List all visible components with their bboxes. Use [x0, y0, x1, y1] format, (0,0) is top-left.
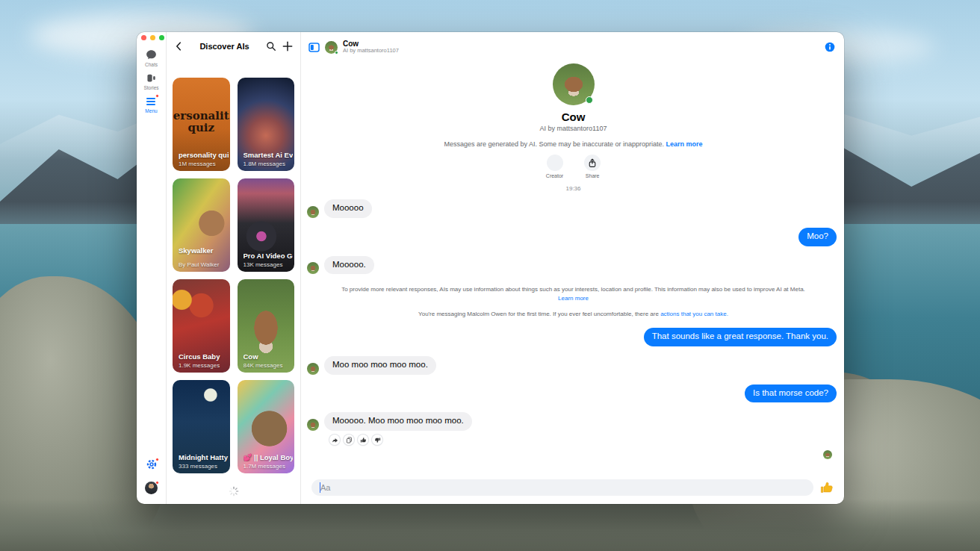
nav-chats-label: Chats — [145, 62, 158, 67]
message-row-outgoing: That sounds like a great response. Thank… — [307, 328, 840, 346]
like-button[interactable] — [820, 481, 834, 494]
window-controls — [137, 35, 164, 40]
thumbs-up-icon[interactable] — [358, 435, 368, 445]
creator-avatar — [547, 155, 563, 171]
card-artwork-text: ersonalit quiz — [173, 110, 230, 134]
card-title: 💕 || Loyal Boy | — [244, 453, 294, 461]
nav-menu[interactable]: Menu — [145, 96, 157, 113]
sender-avatar — [307, 363, 319, 375]
card-meta: 1.7M messages — [244, 463, 294, 470]
notice-text: To provide more relevant responses, AIs … — [341, 286, 805, 293]
search-icon[interactable] — [266, 41, 276, 52]
message-bubble[interactable]: Mooooo — [324, 199, 372, 218]
notification-badge — [155, 94, 159, 98]
message-composer — [307, 475, 840, 504]
ai-disclaimer: Messages are generated by AI. Some may b… — [444, 140, 702, 148]
ai-card-skywalker[interactable]: Skywalker By Paul Walker — [173, 178, 230, 272]
learn-more-link[interactable]: Learn more — [558, 295, 589, 302]
message-bubble[interactable]: Is that morse code? — [745, 385, 837, 403]
conversation-area: Cow AI by mattsantoro1107 Messages are g… — [301, 56, 844, 504]
loading-spinner-icon — [229, 486, 239, 499]
profile-actions: Creator Share — [546, 155, 601, 178]
ai-card-cow[interactable]: Cow 84K messages — [238, 279, 295, 373]
notice-text: You're messaging Malcolm Owen for the fi… — [418, 311, 659, 317]
card-meta: 84K messages — [244, 362, 294, 369]
message-bubble[interactable]: Mooooo. Moo moo moo moo moo. — [324, 412, 472, 431]
share-icon — [584, 155, 601, 171]
text-caret — [320, 482, 320, 493]
toggle-sidebar-icon[interactable] — [308, 43, 320, 52]
user-avatar[interactable] — [145, 482, 158, 494]
rail-bottom — [145, 458, 158, 504]
chat-header-names[interactable]: Cow AI by mattsantoro1107 — [343, 40, 399, 55]
actions-link[interactable]: actions that you can take. — [660, 311, 728, 317]
ai-card-loyal-boy[interactable]: 💕 || Loyal Boy | 1.7M messages — [238, 380, 295, 473]
conversation-timestamp: 19:36 — [565, 185, 580, 192]
message-row-incoming: Mooooo — [307, 199, 840, 218]
card-title: Skywalker — [179, 246, 229, 255]
ai-card-midnight-hatty[interactable]: Midnight Hatty an 333 messages — [173, 380, 230, 473]
copy-icon[interactable] — [344, 435, 354, 445]
nav-menu-label: Menu — [145, 108, 157, 113]
message-row-outgoing: Is that morse code? — [307, 385, 840, 403]
messenger-window: Chats Stories Menu — [137, 32, 844, 504]
nav-stories[interactable]: Stories — [143, 72, 158, 90]
back-button[interactable] — [174, 41, 183, 52]
discover-title: Discover AIs — [189, 42, 260, 51]
chat-bubble-icon — [146, 49, 157, 60]
share-label: Share — [586, 173, 600, 178]
card-meta: 1.9K messages — [179, 362, 229, 369]
hamburger-menu-icon — [146, 96, 156, 107]
creator-button[interactable]: Creator — [546, 155, 563, 178]
composer-field — [311, 479, 813, 496]
message-row-incoming: Mooooo. Moo moo moo moo moo. — [307, 412, 840, 431]
forward-icon[interactable] — [329, 435, 340, 445]
thumbs-down-icon[interactable] — [372, 435, 382, 445]
card-title: Smartest Ai Ever — [244, 151, 294, 159]
chat-partner-avatar[interactable] — [325, 41, 338, 54]
message-bubble[interactable]: Moo? — [798, 228, 837, 246]
left-icon-rail: Chats Stories Menu — [137, 32, 167, 504]
ai-card-circus-baby[interactable]: Circus Baby 1.9K messages — [173, 279, 230, 373]
card-title: Midnight Hatty an — [179, 453, 229, 461]
ai-byline: AI by mattsantoro1107 — [540, 125, 607, 132]
nav-stories-label: Stories — [143, 85, 158, 90]
message-input[interactable] — [311, 479, 813, 496]
sender-avatar — [307, 419, 319, 431]
sender-avatar — [307, 206, 319, 218]
system-notice: To provide more relevant responses, AIs … — [307, 285, 840, 302]
ai-profile-avatar[interactable] — [553, 63, 595, 105]
creator-label: Creator — [546, 173, 563, 178]
nav-chats[interactable]: Chats — [145, 49, 158, 67]
message-bubble[interactable]: Moo moo moo moo moo. — [324, 356, 436, 375]
ai-card-personality-quiz[interactable]: ersonalit quiz personality quiz 1M messa… — [173, 78, 230, 171]
ai-card-smartest-ai-ever[interactable]: Smartest Ai Ever 1.8M messages — [238, 78, 295, 171]
message-row-incoming: Mooooo. — [307, 256, 840, 275]
close-window-button[interactable] — [141, 35, 146, 40]
zoom-window-button[interactable] — [159, 35, 164, 40]
message-row-incoming: Moo moo moo moo moo. — [307, 356, 840, 375]
message-row-outgoing: Moo? — [307, 228, 840, 246]
info-icon[interactable] — [825, 42, 835, 52]
card-title: Circus Baby — [179, 352, 229, 361]
learn-more-link[interactable]: Learn more — [666, 140, 703, 148]
seen-receipt — [307, 450, 840, 459]
wallpaper-shore — [0, 499, 980, 551]
card-meta: 333 messages — [179, 463, 229, 470]
message-actions — [329, 435, 840, 445]
settings-badge — [155, 458, 159, 461]
share-button[interactable]: Share — [584, 155, 601, 178]
ai-card-pro-ai-video-gen[interactable]: Pro AI Video Gen 13K messages — [238, 178, 295, 272]
desktop-wallpaper: Chats Stories Menu — [0, 0, 980, 551]
system-notice: You're messaging Malcolm Owen for the fi… — [307, 310, 840, 318]
message-bubble[interactable]: Mooooo. — [324, 256, 374, 275]
minimize-window-button[interactable] — [150, 35, 155, 40]
new-ai-button[interactable] — [282, 41, 293, 52]
chat-header: Cow AI by mattsantoro1107 — [301, 32, 844, 56]
card-title: personality quiz — [179, 151, 229, 159]
card-meta: 13K messages — [244, 261, 294, 268]
settings-button[interactable] — [146, 458, 158, 473]
ai-profile-intro: Cow AI by mattsantoro1107 Messages are g… — [307, 63, 840, 192]
message-bubble[interactable]: That sounds like a great response. Thank… — [644, 328, 837, 346]
chat-panel: Cow AI by mattsantoro1107 Cow AI by matt… — [301, 32, 844, 504]
